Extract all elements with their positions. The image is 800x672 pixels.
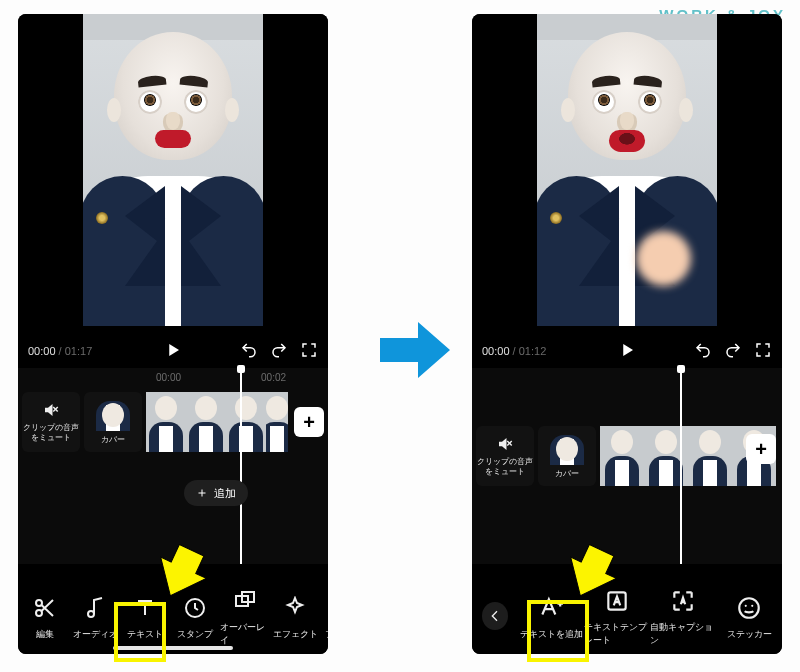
home-indicator — [113, 646, 233, 650]
toolbar-overlay[interactable]: オーバーレイ — [220, 585, 270, 647]
svg-point-16 — [751, 604, 753, 606]
play-button[interactable] — [618, 341, 636, 361]
toolbar-filter[interactable]: フィル — [320, 592, 328, 641]
time-display: 00:00 / 01:17 — [28, 345, 92, 357]
scissors-icon — [29, 592, 61, 624]
filter-icon — [322, 592, 328, 624]
mute-clip-button[interactable]: クリップの音声をミュート — [22, 392, 80, 452]
sparkle-icon — [279, 592, 311, 624]
fullscreen-button[interactable] — [754, 341, 772, 361]
back-button[interactable] — [482, 602, 508, 630]
yellow-arrow-icon — [562, 544, 620, 602]
bottom-toolbar: テキストを追加 テキストテンプレート 自動キャプション ステッカー — [472, 578, 782, 654]
cover-label: カバー — [555, 469, 579, 479]
toolbar-label: スタンプ — [177, 628, 213, 641]
timeline[interactable]: 00:0000:02 クリップの音声をミュート カバー + 追加 — [18, 368, 328, 564]
time-ruler — [472, 372, 782, 388]
toolbar-label: 自動キャプション — [650, 621, 716, 647]
toolbar-label: オーバーレイ — [220, 621, 270, 647]
add-clip-button[interactable]: + — [746, 434, 776, 464]
time-total: 01:12 — [519, 345, 547, 357]
redo-button[interactable] — [270, 341, 288, 361]
time-total: 01:17 — [65, 345, 93, 357]
timeline[interactable]: クリップの音声をミュート カバー + — [472, 368, 782, 564]
undo-button[interactable] — [240, 341, 258, 361]
add-clip-button[interactable]: + — [294, 407, 324, 437]
music-note-icon — [79, 592, 111, 624]
playbar: 00:00 / 01:12 — [472, 334, 782, 368]
play-button[interactable] — [164, 341, 182, 361]
toolbar-label: オーディオ — [73, 628, 118, 641]
add-chip-label: 追加 — [214, 486, 236, 501]
toolbar-label: テキスト — [127, 628, 163, 641]
toolbar-audio[interactable]: オーディオ — [70, 592, 120, 641]
toolbar-label: 編集 — [36, 628, 54, 641]
toolbar-sticker[interactable]: ステッカー — [716, 592, 782, 641]
time-current: 00:00 — [482, 345, 510, 357]
sticker-icon — [733, 592, 765, 624]
phone-screen-right: 00:00 / 01:12 クリップの音声をミュート カバー — [472, 14, 782, 654]
cover-button[interactable]: カバー — [538, 426, 596, 486]
playhead[interactable] — [240, 368, 242, 564]
add-audio-chip[interactable]: 追加 — [184, 480, 248, 506]
time-current: 00:00 — [28, 345, 56, 357]
mute-label: クリップの音声をミュート — [476, 457, 534, 476]
toolbar-label: テキストを追加 — [520, 628, 583, 641]
svg-point-3 — [36, 610, 42, 616]
cover-button[interactable]: カバー — [84, 392, 142, 452]
svg-point-15 — [745, 604, 747, 606]
blue-arrow-icon — [380, 320, 450, 380]
video-preview[interactable] — [472, 14, 782, 334]
toolbar-label: エフェクト — [273, 628, 318, 641]
toolbar-auto-caption[interactable]: 自動キャプション — [650, 585, 716, 647]
svg-point-14 — [739, 598, 759, 618]
cover-label: カバー — [101, 435, 125, 445]
toolbar-label: ステッカー — [727, 628, 772, 641]
toolbar-label: テキストテンプレート — [584, 621, 650, 647]
video-clip[interactable] — [146, 392, 288, 452]
mute-label: クリップの音声をミュート — [22, 423, 80, 442]
undo-button[interactable] — [694, 341, 712, 361]
redo-button[interactable] — [724, 341, 742, 361]
playhead[interactable] — [680, 368, 682, 564]
overlay-icon — [229, 585, 261, 617]
yellow-arrow-icon — [152, 544, 210, 602]
toolbar-edit[interactable]: 編集 — [20, 592, 70, 641]
time-display: 00:00 / 01:12 — [482, 345, 546, 357]
svg-point-2 — [36, 600, 42, 606]
video-preview[interactable] — [18, 14, 328, 334]
toolbar-label: フィル — [325, 628, 329, 641]
fullscreen-button[interactable] — [300, 341, 318, 361]
toolbar-effect[interactable]: エフェクト — [270, 592, 320, 641]
time-ruler: 00:0000:02 — [18, 372, 328, 388]
caption-icon — [667, 585, 699, 617]
playbar: 00:00 / 01:17 — [18, 334, 328, 368]
mute-clip-button[interactable]: クリップの音声をミュート — [476, 426, 534, 486]
